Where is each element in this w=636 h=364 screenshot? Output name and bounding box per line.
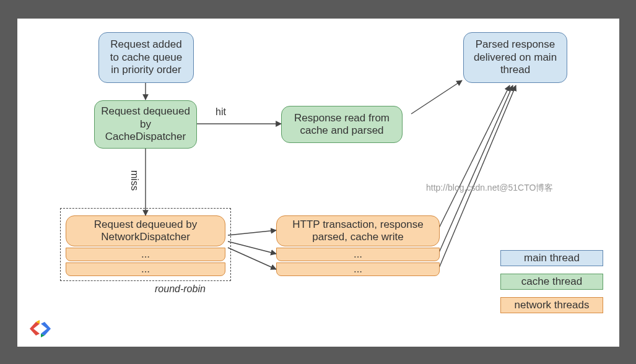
node-parsed-response: Parsed response delivered on main thread [463, 32, 567, 83]
svg-line-6 [228, 248, 276, 269]
node-network-dispatcher: Request dequeued by NetworkDispatcher [66, 215, 225, 246]
svg-line-3 [411, 80, 462, 114]
node-cache-dispatcher: Request dequeued by CacheDispatcher [94, 100, 197, 149]
svg-line-9 [438, 85, 516, 269]
edge-label-miss: miss [129, 170, 140, 191]
diagram-canvas: Request added to cache queue in priority… [17, 19, 619, 347]
node-request-added: Request added to cache queue in priority… [98, 32, 194, 83]
watermark-text: http://blog.csdn.net@51CTO博客 [426, 183, 553, 194]
svg-line-7 [438, 85, 510, 229]
node-http-transaction-2: ... [276, 248, 440, 261]
edge-label-hit: hit [216, 106, 226, 118]
node-response-cache: Response read from cache and parsed [281, 106, 403, 143]
round-robin-label: round-robin [155, 284, 206, 295]
node-network-dispatcher-2: ... [66, 248, 225, 261]
google-dev-logo-icon [30, 319, 51, 338]
svg-line-8 [438, 85, 513, 254]
legend-main-thread: main thread [500, 250, 603, 266]
svg-marker-10 [30, 322, 40, 336]
svg-line-4 [228, 230, 276, 235]
node-network-dispatcher-3: ... [66, 262, 225, 276]
node-http-transaction-3: ... [276, 262, 440, 276]
svg-line-5 [228, 241, 276, 254]
node-http-transaction: HTTP transaction, response parsed, cache… [276, 215, 440, 246]
legend-cache-thread: cache thread [500, 274, 603, 290]
legend-network-threads: network threads [500, 297, 603, 313]
svg-marker-11 [41, 322, 51, 336]
